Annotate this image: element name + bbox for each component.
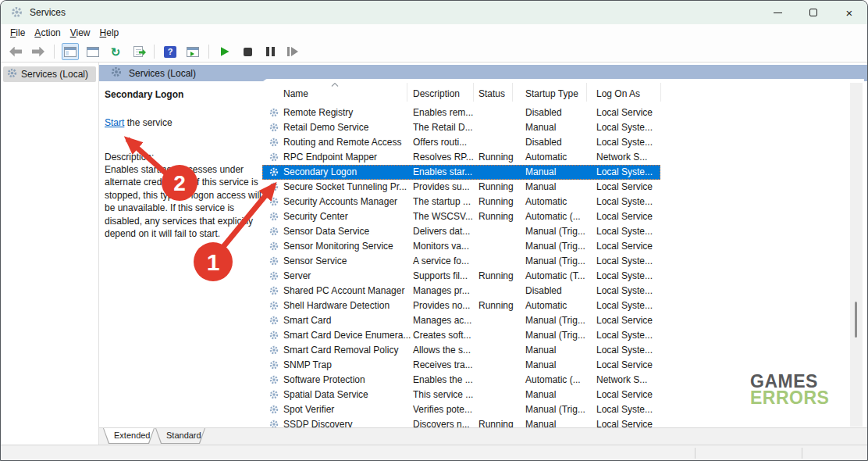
- cell-startup-type: Automatic (...: [525, 211, 581, 222]
- toolbar-separator: [208, 45, 209, 59]
- cell-status: Running: [478, 419, 514, 427]
- back-icon: [9, 47, 22, 57]
- service-action-line: Start the service: [105, 117, 173, 128]
- service-gear-icon: [269, 271, 279, 283]
- main-area: Services (Local) Services (Local) Second…: [1, 63, 867, 445]
- cell-log-on-as: Local Syste...: [596, 345, 653, 356]
- table-row[interactable]: Smart CardManages ac...Manual (Trig...Lo…: [262, 313, 660, 328]
- cell-log-on-as: Local Syste...: [596, 196, 653, 207]
- table-row[interactable]: Retail Demo ServiceThe Retail D...Manual…: [262, 120, 660, 135]
- column-divider[interactable]: [512, 83, 513, 102]
- show-console-tree-button[interactable]: [62, 43, 79, 60]
- export-list-button[interactable]: [130, 43, 147, 60]
- cell-status: Running: [478, 181, 514, 192]
- table-row[interactable]: Sensor Data ServiceDelivers dat...Manual…: [262, 224, 660, 239]
- scrollbar-thumb[interactable]: [855, 302, 857, 338]
- cell-log-on-as: Local Syste...: [596, 330, 653, 341]
- cell-description: Provides no...: [413, 300, 470, 311]
- table-row[interactable]: Security CenterThe WSCSV...RunningAutoma…: [262, 209, 660, 224]
- cell-startup-type: Manual (Trig...: [525, 226, 585, 237]
- table-row[interactable]: Sensor ServiceA service fo...Manual (Tri…: [262, 254, 660, 269]
- tab-extended[interactable]: Extended: [103, 428, 155, 444]
- column-divider[interactable]: [407, 83, 407, 102]
- sidebar-item-label: Services (Local): [21, 69, 88, 80]
- stop-service-button[interactable]: [239, 43, 256, 60]
- cell-startup-type: Disabled: [525, 107, 562, 118]
- properties-button[interactable]: [84, 43, 101, 60]
- table-row[interactable]: SNMP TrapReceives tra...ManualLocal Serv…: [262, 358, 660, 373]
- cell-name: Secure Socket Tunneling Pr...: [283, 181, 407, 192]
- table-row[interactable]: Spatial Data ServiceThis service ...Manu…: [262, 388, 660, 402]
- service-gear-icon: [269, 286, 279, 298]
- cell-description: Enables the ...: [413, 374, 473, 385]
- table-row[interactable]: Remote RegistryEnables rem...DisabledLoc…: [262, 105, 660, 120]
- sidebar-item-services-local[interactable]: Services (Local): [3, 66, 96, 82]
- table-row[interactable]: Routing and Remote AccessOffers routi...…: [262, 135, 660, 150]
- title-bar[interactable]: Services ×: [1, 1, 867, 24]
- cell-startup-type: Manual: [525, 181, 556, 192]
- table-row[interactable]: Software ProtectionEnables the ...Automa…: [262, 373, 660, 388]
- service-gear-icon: [269, 360, 279, 372]
- table-row[interactable]: Spot VerifierVerifies pote...Manual (Tri…: [262, 402, 660, 417]
- table-row[interactable]: Secure Socket Tunneling Pr...Provides su…: [262, 180, 660, 195]
- table-row[interactable]: Sensor Monitoring ServiceMonitors va...M…: [262, 239, 660, 254]
- service-gear-icon: [269, 405, 279, 416]
- cell-name: Sensor Monitoring Service: [283, 241, 393, 252]
- cell-startup-type: Manual: [525, 359, 556, 370]
- menu-view[interactable]: View: [70, 27, 91, 38]
- column-divider[interactable]: [586, 83, 587, 102]
- cell-startup-type: Manual (Trig...: [525, 315, 585, 326]
- table-row[interactable]: Shared PC Account ManagerManages pr...Di…: [262, 284, 660, 298]
- cell-log-on-as: Network S...: [596, 152, 647, 163]
- cell-status: Running: [478, 152, 514, 163]
- pane-header-gear-icon: [111, 66, 122, 80]
- service-gear-icon: [269, 301, 279, 313]
- cell-description: Provides su...: [413, 181, 470, 192]
- vertical-scrollbar[interactable]: [850, 83, 863, 427]
- column-header-description[interactable]: Description: [413, 88, 460, 99]
- restart-icon: [287, 47, 298, 56]
- cell-log-on-as: Local Service: [596, 389, 653, 400]
- table-row[interactable]: Secondary LogonEnables star...ManualLoca…: [262, 165, 660, 180]
- cell-name: Sensor Service: [283, 256, 347, 266]
- table-row[interactable]: Smart Card Device Enumera...Creates soft…: [262, 328, 660, 343]
- play-icon: [221, 47, 229, 56]
- menu-file[interactable]: File: [10, 27, 25, 38]
- cell-description: The startup ...: [413, 196, 471, 207]
- help-button[interactable]: ?: [162, 43, 179, 60]
- start-service-link[interactable]: Start: [105, 117, 124, 128]
- column-divider[interactable]: [660, 83, 661, 102]
- close-button[interactable]: ×: [831, 1, 867, 24]
- table-row[interactable]: Shell Hardware DetectionProvides no...Ru…: [262, 298, 660, 313]
- column-header-name[interactable]: Name: [283, 88, 308, 99]
- table-row[interactable]: RPC Endpoint MapperResolves RP...Running…: [262, 150, 660, 165]
- column-header-startup-type[interactable]: Startup Type: [525, 88, 578, 99]
- show-action-pane-button[interactable]: [184, 43, 201, 60]
- table-row[interactable]: ServerSupports fil...RunningAutomatic (T…: [262, 269, 660, 284]
- start-service-button[interactable]: [216, 43, 233, 60]
- cell-description: Delivers dat...: [413, 226, 470, 237]
- pause-service-button[interactable]: [261, 43, 279, 60]
- cell-name: Spot Verifier: [283, 404, 334, 415]
- table-row[interactable]: SSDP DiscoveryDiscovers n...RunningManua…: [262, 417, 660, 427]
- back-button[interactable]: [7, 43, 24, 60]
- restart-service-button[interactable]: [284, 43, 301, 60]
- minimize-button[interactable]: [760, 1, 795, 24]
- status-bar-divider: [802, 448, 802, 459]
- menu-action[interactable]: Action: [34, 27, 60, 38]
- column-header-status[interactable]: Status: [478, 88, 505, 99]
- column-header-log-on-as[interactable]: Log On As: [596, 88, 640, 99]
- table-row[interactable]: Security Accounts ManagerThe startup ...…: [262, 195, 660, 209]
- maximize-button[interactable]: [795, 1, 831, 24]
- refresh-button[interactable]: ↻: [107, 43, 124, 60]
- cell-description: Discovers n...: [413, 419, 470, 427]
- services-window: Services × File Action View Help ↻ ?: [0, 0, 868, 461]
- cell-startup-type: Manual (Trig...: [525, 330, 585, 341]
- menu-help[interactable]: Help: [100, 27, 119, 38]
- tab-standard[interactable]: Standard: [155, 428, 205, 444]
- table-row[interactable]: Smart Card Removal PolicyAllows the s...…: [262, 343, 660, 358]
- cell-startup-type: Manual (Trig...: [525, 241, 585, 252]
- column-divider[interactable]: [473, 83, 474, 102]
- forward-button[interactable]: [30, 43, 47, 60]
- cell-description: Enables star...: [413, 166, 472, 177]
